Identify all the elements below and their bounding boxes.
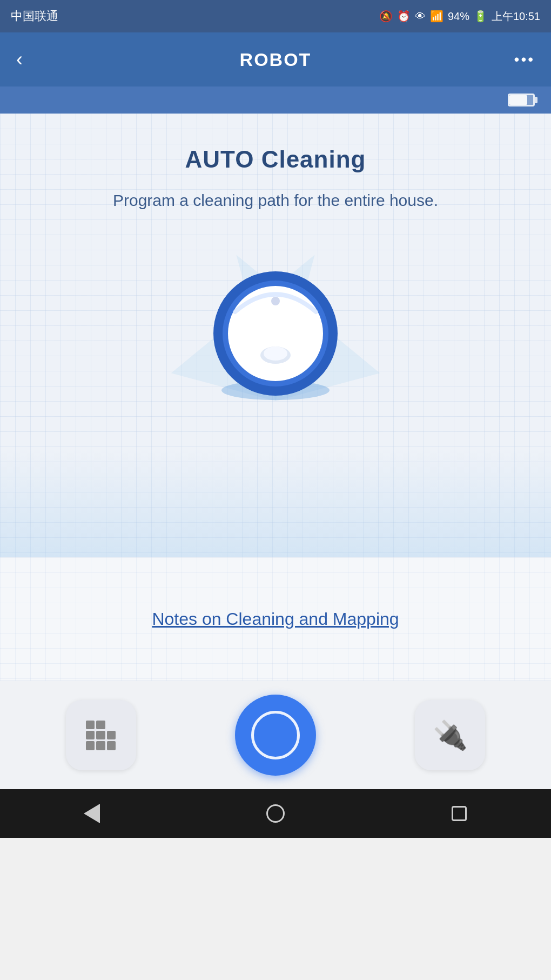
main-content: AUTO Cleaning Program a cleaning path fo… bbox=[0, 114, 551, 557]
app-header: ‹ ROBOT ••• bbox=[0, 32, 551, 86]
back-icon: ‹ bbox=[16, 48, 23, 70]
more-button[interactable]: ••• bbox=[514, 51, 535, 68]
alarm-icon: ⏰ bbox=[397, 10, 411, 23]
robot-body bbox=[205, 261, 346, 401]
cleaning-title: AUTO Cleaning bbox=[185, 146, 366, 173]
back-button[interactable]: ‹ bbox=[16, 48, 23, 71]
android-back-button[interactable] bbox=[76, 797, 108, 830]
page-title: ROBOT bbox=[240, 49, 312, 70]
robot-illustration bbox=[184, 244, 367, 417]
svg-point-6 bbox=[271, 297, 280, 305]
android-recent-icon bbox=[452, 806, 467, 821]
notes-section: Notes on Cleaning and Mapping bbox=[0, 557, 551, 681]
battery-fill bbox=[509, 95, 527, 105]
more-icon: ••• bbox=[514, 51, 535, 68]
cleaning-description: Program a cleaning path for the entire h… bbox=[91, 189, 460, 212]
android-home-icon bbox=[266, 804, 285, 823]
android-navbar bbox=[0, 789, 551, 838]
robot-svg bbox=[205, 261, 346, 401]
clean-icon bbox=[251, 711, 300, 759]
carrier-text: 中国联通 bbox=[11, 8, 58, 24]
battery-row bbox=[0, 86, 551, 114]
battery-percent: 94% bbox=[448, 10, 469, 23]
bottom-navigation: 🔌 bbox=[0, 681, 551, 789]
svg-point-5 bbox=[264, 346, 287, 361]
battery-icon-status: 🔋 bbox=[474, 10, 487, 23]
android-recent-button[interactable] bbox=[443, 797, 475, 830]
charge-button[interactable]: 🔌 bbox=[415, 700, 485, 770]
bottom-glow bbox=[0, 449, 551, 557]
notification-icon: 🔕 bbox=[379, 10, 393, 23]
status-icons: 🔕 ⏰ 👁 📶 94% 🔋 上午10:51 bbox=[379, 9, 540, 24]
wifi-icon: 📶 bbox=[430, 10, 444, 23]
time-text: 上午10:51 bbox=[492, 9, 540, 24]
eye-icon: 👁 bbox=[415, 10, 426, 23]
map-icon bbox=[86, 721, 116, 750]
map-button[interactable] bbox=[66, 700, 136, 770]
status-bar: 中国联通 🔕 ⏰ 👁 📶 94% 🔋 上午10:51 bbox=[0, 0, 551, 32]
battery-indicator bbox=[508, 94, 535, 106]
android-home-button[interactable] bbox=[259, 797, 292, 830]
notes-link[interactable]: Notes on Cleaning and Mapping bbox=[152, 609, 399, 629]
clean-button[interactable] bbox=[235, 695, 316, 776]
android-back-icon bbox=[84, 804, 100, 823]
charge-icon: 🔌 bbox=[433, 719, 468, 752]
